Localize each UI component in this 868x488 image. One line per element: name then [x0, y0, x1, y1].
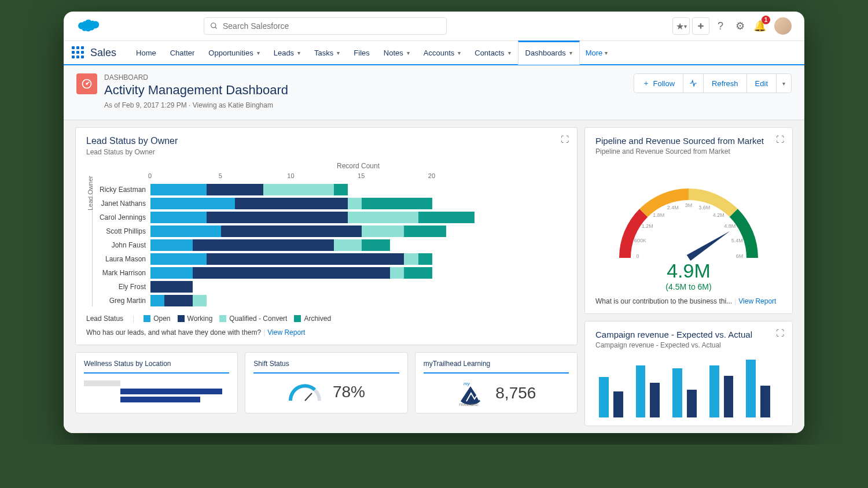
svg-text:1.8M: 1.8M [653, 212, 664, 218]
notifications-icon[interactable]: 🔔1 [751, 17, 768, 35]
expand-icon[interactable]: ⛶ [561, 135, 569, 144]
nav-item-dashboards[interactable]: Dashboards▾ [518, 40, 580, 65]
svg-text:6M: 6M [736, 253, 744, 259]
svg-rect-3 [698, 25, 703, 27]
svg-text:3.6M: 3.6M [698, 205, 710, 210]
card-subtitle: Lead Status by Owner [86, 148, 567, 156]
chart-row: John Faust [93, 239, 567, 251]
notification-badge: 1 [762, 16, 770, 24]
mini-title: Wellness Status by Location [84, 360, 229, 374]
expand-icon[interactable]: ⛶ [776, 328, 784, 338]
expand-icon[interactable]: ⛶ [776, 135, 784, 144]
nav-item-files[interactable]: Files [347, 40, 376, 65]
pipeline-card: ⛶ Pipeline and Revenue Sourced from Mark… [584, 127, 793, 314]
page-title: Activity Management Dashboard [104, 83, 288, 98]
dashboard-header: DASHBOARD Activity Management Dashboard … [64, 65, 804, 120]
nav-bar: Sales HomeChatterOpportunities▾Leads▾Tas… [64, 41, 804, 65]
card-footer: Who has our leads, and what have they do… [86, 328, 567, 337]
svg-text:1.2M: 1.2M [642, 223, 653, 229]
search-icon [210, 22, 218, 30]
help-icon[interactable]: ? [712, 17, 729, 35]
mini-title: myTrailhead Learning [424, 360, 569, 374]
trailhead-card: myTrailhead Learning myTRAILHEAD 8,756 [415, 352, 578, 413]
card-title: Pipeline and Revenue Sourced from Market [595, 136, 782, 146]
search-box[interactable] [204, 17, 447, 35]
view-report-link[interactable]: View Report [267, 328, 305, 337]
nav-more[interactable]: More ▾ [586, 49, 608, 57]
campaign-card: ⛶ Campaign revenue - Expected vs. Actual… [584, 321, 793, 426]
chart-row: Janet Nathans [93, 198, 567, 209]
pipeline-gauge: 0600K1.2M1.8M2.4M3M3.6M4.2M4.8M5.4M6M 4.… [595, 162, 782, 291]
card-subtitle: Pipeline and Revenue Sourced from Market [595, 147, 782, 156]
x-axis-title: Record Count [150, 162, 567, 170]
svg-text:600K: 600K [634, 238, 646, 243]
app-launcher-icon[interactable] [72, 46, 84, 59]
top-bar: ★ ▾ ? ⚙ 🔔1 [64, 12, 804, 41]
activity-button[interactable] [683, 73, 704, 93]
search-input[interactable] [223, 21, 440, 31]
wellness-chart [84, 380, 229, 402]
nav-item-tasks[interactable]: Tasks▾ [307, 40, 347, 65]
svg-text:4.2M: 4.2M [713, 212, 724, 218]
nav-item-accounts[interactable]: Accounts▾ [417, 40, 468, 65]
chart-row: Mark Harrison [93, 267, 567, 279]
refresh-button[interactable]: Refresh [703, 73, 747, 93]
svg-text:2.4M: 2.4M [667, 205, 679, 210]
svg-text:my: my [464, 381, 470, 386]
nav-item-leads[interactable]: Leads▾ [267, 40, 307, 65]
nav-item-contacts[interactable]: Contacts▾ [468, 40, 517, 65]
edit-button[interactable]: Edit [746, 73, 777, 93]
trailhead-value: 8,756 [495, 384, 536, 402]
wellness-card: Wellness Status by Location [75, 352, 238, 413]
nav-item-notes[interactable]: Notes▾ [377, 40, 417, 65]
nav-item-opportunities[interactable]: Opportunities▾ [201, 40, 266, 65]
lead-status-chart: Record Count 05101520 Lead Owner Ricky E… [86, 162, 567, 306]
chart-row: Scott Phillips [93, 225, 567, 237]
lead-status-card: ⛶ Lead Status by Owner Lead Status by Ow… [75, 127, 578, 345]
nav-item-home[interactable]: Home [129, 40, 163, 65]
chart-row: Greg Martin [93, 295, 567, 306]
svg-text:5.4M: 5.4M [731, 238, 743, 243]
shift-status-card: Shift Status 78% [245, 352, 407, 413]
svg-text:4.8M: 4.8M [724, 223, 735, 229]
chart-row: Laura Mason [93, 253, 567, 265]
svg-point-0 [211, 23, 216, 28]
shift-value: 78% [333, 383, 365, 401]
shift-gauge-icon [288, 380, 322, 404]
view-report-link[interactable]: View Report [738, 297, 776, 305]
campaign-chart [595, 360, 782, 417]
card-title: Lead Status by Owner [86, 136, 567, 146]
svg-line-1 [215, 27, 217, 29]
app-name: Sales [90, 47, 116, 59]
y-axis-title: Lead Owner [87, 176, 94, 210]
header-meta: As of Feb 9, 2017 1:29 PM · Viewing as K… [104, 101, 288, 109]
svg-point-5 [86, 83, 87, 84]
trailhead-icon: myTRAILHEAD [456, 380, 485, 406]
legend: Lead Status| Open Working Qualified - Co… [86, 315, 567, 323]
svg-line-6 [305, 393, 312, 401]
chart-row: Carol Jennings [93, 212, 567, 223]
card-subtitle: Campaign revenue - Expected vs. Actual [595, 341, 782, 349]
more-actions-button[interactable]: ▾ [776, 73, 792, 93]
salesforce-logo-icon [76, 18, 100, 34]
svg-text:TRAILHEAD: TRAILHEAD [459, 403, 479, 406]
favorites-button[interactable]: ★ ▾ [672, 17, 690, 35]
chart-row: Ely Frost [93, 281, 567, 293]
nav-item-chatter[interactable]: Chatter [163, 40, 202, 65]
svg-marker-20 [687, 231, 730, 261]
header-label: DASHBOARD [104, 73, 288, 82]
card-footer: What is our contribution to the business… [595, 297, 782, 305]
chart-row: Ricky Eastman [93, 184, 567, 195]
avatar[interactable] [774, 17, 792, 35]
svg-text:3M: 3M [685, 202, 693, 208]
settings-icon[interactable]: ⚙ [731, 17, 749, 35]
add-button[interactable] [692, 17, 709, 35]
gauge-range: (4.5M to 6M) [665, 282, 711, 291]
card-title: Campaign revenue - Expected vs. Actual [595, 330, 782, 339]
follow-button[interactable]: ＋Follow [634, 73, 683, 93]
gauge-value: 4.9M [667, 260, 711, 282]
mini-title: Shift Status [253, 360, 399, 374]
svg-text:0: 0 [636, 253, 639, 259]
dashboard-icon [76, 73, 97, 94]
